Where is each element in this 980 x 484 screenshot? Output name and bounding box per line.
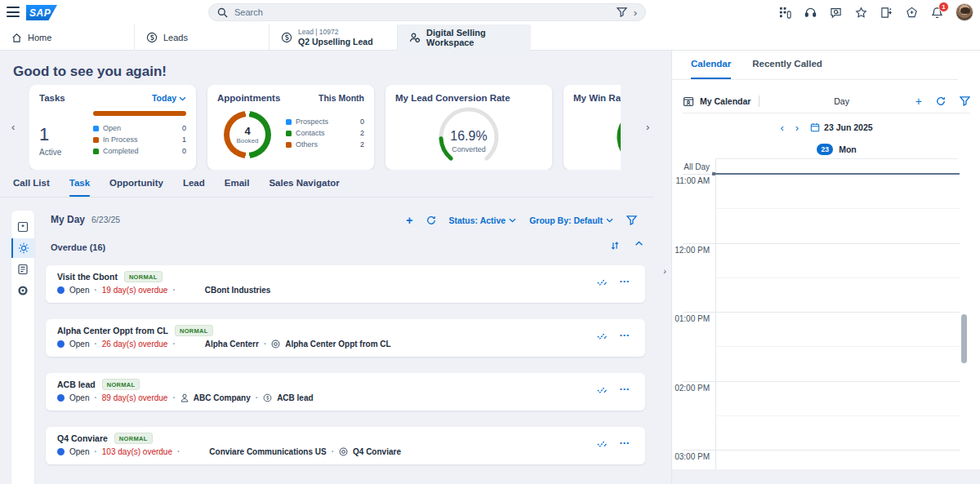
tab-lead[interactable]: Lead <box>183 178 205 197</box>
task-company-link[interactable]: Alpha Centerr <box>205 340 259 349</box>
nav-tab-workspace[interactable]: Digital Selling Workspace <box>398 24 531 51</box>
more-actions-icon[interactable] <box>619 380 630 393</box>
complete-task-icon[interactable] <box>596 331 608 341</box>
search-bar[interactable]: › <box>208 3 646 21</box>
lead-icon <box>281 32 292 43</box>
nav-tab-leads-label: Leads <box>163 33 188 42</box>
task-overdue: 89 day(s) overdue <box>102 393 168 402</box>
complete-task-icon[interactable] <box>596 438 608 449</box>
shell-actions: 1 <box>778 0 973 24</box>
task-related-link[interactable]: Q4 Conviare <box>353 447 401 456</box>
user-avatar[interactable] <box>956 3 973 21</box>
calendar-add-icon[interactable]: + <box>915 95 922 108</box>
tab-email[interactable]: Email <box>225 178 250 197</box>
calendar-view-selector[interactable]: Day <box>768 96 915 106</box>
task-company-link[interactable]: CBont Industries <box>205 286 271 295</box>
tasks-period-dropdown[interactable]: Today <box>152 93 186 103</box>
search-input[interactable] <box>234 7 610 17</box>
nav-tab-leads[interactable]: Leads <box>135 24 270 51</box>
win-rate-card[interactable]: My Win Rate 38 <box>564 85 621 170</box>
task-overdue: 103 day(s) overdue <box>102 447 172 456</box>
nav-tab-lead-object[interactable]: Lead | 10972 Q2 Upselling Lead <box>270 24 398 51</box>
notifications-bell-icon[interactable]: 1 <box>930 6 943 19</box>
nav-tab-lead-label: Q2 Upselling Lead <box>298 37 373 47</box>
day-column-header[interactable]: 23 Mon <box>715 140 958 159</box>
task-related-link[interactable]: ACB lead <box>277 393 313 402</box>
panel-expand-chevron-icon[interactable]: › <box>658 261 671 281</box>
legend-label: Others <box>296 140 318 149</box>
date-picker[interactable]: 23 Jun 2025 <box>810 122 873 132</box>
tab-recently-called[interactable]: Recently Called <box>752 59 822 79</box>
workspace-icon <box>409 32 421 43</box>
collapse-group-chevron-icon[interactable] <box>635 241 644 251</box>
legend-value: 2 <box>360 129 364 137</box>
legend-value: 1 <box>182 135 186 144</box>
tab-call-list[interactable]: Call List <box>13 178 50 197</box>
status-filter-dropdown[interactable]: Status: Active <box>449 215 517 225</box>
carousel-next-icon[interactable]: › <box>646 121 649 133</box>
tasks-active-count: 1 <box>39 124 61 145</box>
chat-mention-icon[interactable] <box>829 6 842 19</box>
overdue-group-icons <box>610 241 644 251</box>
lead-conversion-card[interactable]: My Lead Conversion Rate 16.9% Converted <box>385 85 552 170</box>
search-expand-chevron-icon[interactable]: › <box>634 7 637 19</box>
task-row[interactable]: ACB lead NORMAL Open 89 day(s) overdue A… <box>46 373 645 411</box>
tab-sales-navigator[interactable]: Sales Navigator <box>269 178 339 197</box>
headset-icon[interactable] <box>804 6 817 19</box>
tab-task[interactable]: Task <box>69 178 90 197</box>
task-row[interactable]: Alpha Center Oppt from CL NORMAL Open 26… <box>46 319 645 357</box>
tag-add-icon[interactable] <box>905 6 918 19</box>
task-status: Open <box>69 286 89 295</box>
calendar-scrollbar-thumb[interactable] <box>961 314 967 363</box>
tab-calendar[interactable]: Calendar <box>691 59 731 79</box>
complete-task-icon[interactable] <box>596 277 608 287</box>
more-actions-icon[interactable] <box>619 326 630 339</box>
rail-card-add-icon[interactable] <box>11 217 34 237</box>
task-company-link[interactable]: ABC Company <box>194 393 251 402</box>
tasks-period-value: Today <box>152 93 176 103</box>
add-icon[interactable]: + <box>406 214 412 227</box>
complete-task-icon[interactable] <box>596 384 608 395</box>
rail-target-icon[interactable] <box>11 281 34 300</box>
carousel-prev-icon[interactable]: ‹ <box>11 121 15 133</box>
task-related-link[interactable]: Alpha Center Oppt from CL <box>285 340 390 349</box>
calendar-filter-icon[interactable] <box>960 96 970 106</box>
shell-bar: SAP › <box>0 0 980 24</box>
group-by-dropdown[interactable]: Group By: Default <box>529 215 613 225</box>
overdue-group-header[interactable]: Overdue (16) <box>51 242 105 252</box>
appointments-period: This Month <box>318 93 364 103</box>
next-day-chevron-icon[interactable]: › <box>795 122 799 134</box>
tab-opportunity[interactable]: Opportunity <box>109 178 163 197</box>
session-add-icon[interactable] <box>880 6 893 19</box>
more-actions-icon[interactable] <box>619 273 630 285</box>
calendar-refresh-icon[interactable] <box>936 96 946 106</box>
task-row[interactable]: Q4 Conviare NORMAL Open 103 day(s) overd… <box>46 427 645 464</box>
my-day-date: 6/23/25 <box>91 215 120 224</box>
lead-icon <box>146 32 158 43</box>
appointments-card[interactable]: Appointments This Month 4 Booked Prospec… <box>207 85 374 170</box>
my-day-header: My Day 6/23/25 <box>51 214 120 225</box>
refresh-icon[interactable] <box>426 215 436 225</box>
favorites-star-icon[interactable] <box>854 6 867 19</box>
task-title: ACB lead <box>57 380 96 389</box>
more-actions-icon[interactable] <box>619 434 630 446</box>
calendar-user-icon <box>683 95 694 107</box>
win-rate-value: 38 <box>564 131 621 145</box>
opportunity-icon <box>271 340 280 349</box>
tasks-card[interactable]: Tasks Today 1 Active Open0 In Process1 C… <box>29 85 196 170</box>
legend-value: 0 <box>360 118 364 126</box>
legend-label: Open <box>103 124 121 132</box>
task-row[interactable]: Visit the Cbont NORMAL Open 19 day(s) ov… <box>46 265 645 303</box>
menu-icon[interactable] <box>7 7 20 17</box>
rail-report-icon[interactable] <box>11 260 34 279</box>
prev-day-chevron-icon[interactable]: ‹ <box>780 122 783 134</box>
work-tab-strip: Call List Task Opportunity Lead Email Sa… <box>0 178 653 198</box>
task-company-link[interactable]: Conviare Communications US <box>209 447 326 456</box>
rail-my-day-icon[interactable] <box>11 238 34 258</box>
calendar-day-grid[interactable]: All Day 11:00 AM 12:00 PM 01:00 PM 02:00… <box>672 159 960 469</box>
nav-tab-home[interactable]: Home <box>0 24 135 51</box>
list-filter-icon[interactable] <box>626 215 637 225</box>
dialpad-phone-icon[interactable] <box>778 6 791 19</box>
sort-icon[interactable] <box>610 241 620 251</box>
search-filter-icon[interactable] <box>617 7 627 17</box>
